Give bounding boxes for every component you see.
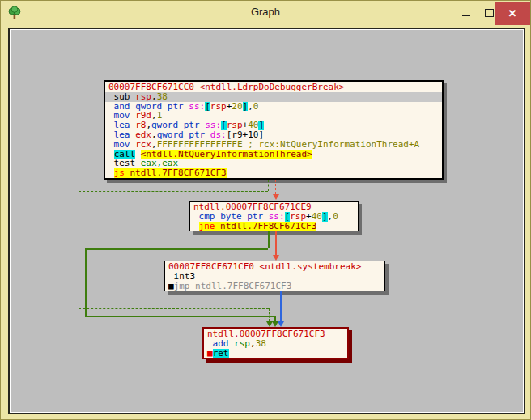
instruction-row[interactable]: ■jmp ntdll.7FF8CF671CF3 [165,282,384,291]
block-7FF8CF671CE9[interactable]: ntdll.00007FF8CF671CE9 cmp byte ptr ss:[… [189,201,359,231]
instruction-row[interactable]: ■ret [204,349,347,358]
instruction-row[interactable]: lea edx,qword ptr ds:[r9+10] [105,130,442,140]
block-header[interactable]: ntdll.00007FF8CF671CF3 [204,329,347,339]
edge-jmp-blue-solid [280,291,282,321]
instruction-row[interactable]: js ntdll.7FF8CF671CF3 [105,168,442,178]
instruction-row[interactable]: int3 [165,272,384,282]
edge-jne-taken-green-solid [268,231,270,248]
instruction-row[interactable]: lea r8,qword ptr ss:[rsp+40] [105,121,442,130]
graph-window: Graph ✕ 00007FF8CF671CC0 <ntdll.LdrpDoDe… [0,0,531,420]
minimize-button[interactable] [456,1,477,25]
edge-js-taken-green-dashed [79,191,79,308]
edge-fallthrough-red-solid-arrowhead [273,255,279,261]
block-LdrpDoDebuggerBreak[interactable]: 00007FF8CF671CC0 <ntdll.LdrpDoDebuggerBr… [104,80,444,180]
block-header[interactable]: 00007FF8CF671CC0 <ntdll.LdrpDoDebuggerBr… [105,83,442,92]
block-systembreak[interactable]: 00007FF8CF671CF0 <ntdll.systembreak> int… [164,261,385,291]
graph-canvas[interactable]: 00007FF8CF671CC0 <ntdll.LdrpDoDebuggerBr… [8,28,525,414]
instruction-row[interactable]: jne ntdll.7FF8CF671CF3 [190,222,358,231]
close-icon: ✕ [508,7,517,19]
edge-jne-taken-green-solid [274,316,276,321]
maximize-icon [485,9,494,17]
edge-js-taken-green-dashed [268,180,269,191]
edge-jmp-blue-solid-arrowhead [278,321,284,327]
minimize-icon [462,15,470,16]
block-header[interactable]: ntdll.00007FF8CF671CE9 [190,202,358,212]
edge-js-taken-green-dashed [79,308,269,309]
instruction-row[interactable]: call <ntdll.NtQueryInformationThread> [105,150,442,159]
edge-fallthrough-red-dashed-arrowhead [273,194,279,200]
edge-js-taken-green-dashed [269,308,270,321]
edge-js-taken-green-dashed [79,191,268,192]
instruction-row[interactable]: sub rsp,38 [105,92,442,102]
instruction-row[interactable]: test eax,eax [105,159,442,168]
instruction-row[interactable]: mov r9d,1 [105,111,442,121]
block-7FF8CF671CF3[interactable]: ntdll.00007FF8CF671CF3 add rsp,38■ret [202,327,349,359]
instruction-row[interactable]: add rsp,38 [204,339,347,349]
instruction-row[interactable]: mov rcx,FFFFFFFFFFFFFFFE ; rcx:NtQueryIn… [105,140,442,150]
block-header[interactable]: 00007FF8CF671CF0 <ntdll.systembreak> [165,262,384,272]
instruction-row[interactable]: and qword ptr ss:[rsp+20],0 [105,102,442,112]
edge-fallthrough-red-solid [275,231,277,255]
edge-jne-taken-green-solid [85,248,268,250]
edge-jne-taken-green-solid [85,316,274,317]
close-button[interactable]: ✕ [495,2,530,25]
edge-jne-taken-green-solid [85,248,87,316]
edge-fallthrough-red-dashed [275,180,276,194]
instruction-row[interactable]: cmp byte ptr ss:[rsp+40],0 [190,212,358,222]
title-bar[interactable]: Graph ✕ [1,1,530,28]
window-title: Graph [1,6,530,18]
